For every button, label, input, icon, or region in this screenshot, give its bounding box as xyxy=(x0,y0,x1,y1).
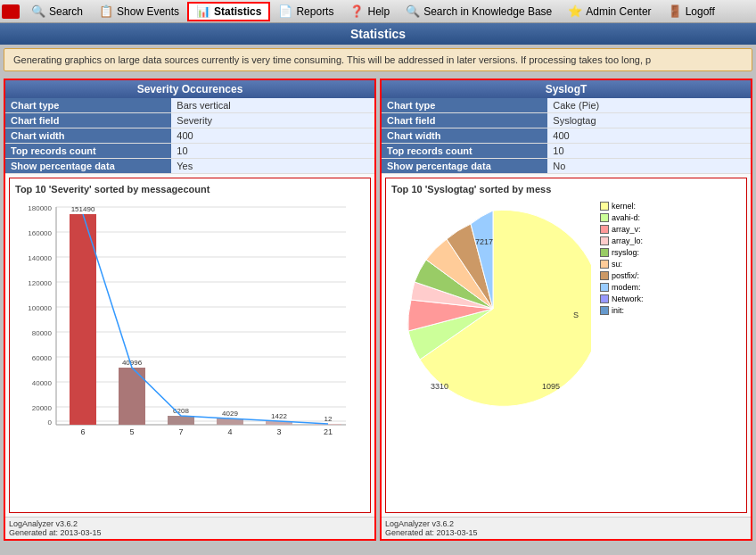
severity-chart: Top 10 'Severity' sorted by messagecount xyxy=(9,178,371,513)
pie-container: 7217 3310 1095 S kernel: avahi-d: xyxy=(391,198,741,494)
bar-7 xyxy=(168,416,194,425)
svg-text:5: 5 xyxy=(129,427,134,436)
svg-text:40000: 40000 xyxy=(32,379,53,387)
main-content: Severity Occurences Chart type Bars vert… xyxy=(0,75,756,544)
svg-text:21: 21 xyxy=(324,427,333,436)
legend-su: su: xyxy=(600,260,644,269)
legend-arraylo: array_lo: xyxy=(600,236,644,245)
legend-avahi-color xyxy=(600,213,609,222)
app-icon xyxy=(2,4,20,19)
syslogtag-panel: SyslogT Chart type Cake (Pie) Chart fiel… xyxy=(380,79,752,541)
syslogtag-info-table: Chart type Cake (Pie) Chart field Syslog… xyxy=(382,98,751,174)
svg-text:40996: 40996 xyxy=(122,359,143,367)
svg-text:6: 6 xyxy=(80,427,85,436)
svg-text:4029: 4029 xyxy=(222,410,238,418)
severity-chart-area: Top 10 'Severity' sorted by messagecount xyxy=(5,174,374,517)
svg-text:180000: 180000 xyxy=(28,204,52,212)
pie-chart-svg: 7217 3310 1095 S xyxy=(395,202,591,416)
svg-text:7: 7 xyxy=(178,427,183,436)
svg-text:151490: 151490 xyxy=(71,205,95,213)
syslog-chart-field-row: Chart field Syslogtag xyxy=(382,113,751,128)
legend-kernel: kernel: xyxy=(600,202,644,211)
svg-text:20000: 20000 xyxy=(32,404,53,412)
nav-search[interactable]: 🔍 Search xyxy=(23,2,91,21)
search-icon: 🔍 xyxy=(31,4,45,18)
reports-icon: 📄 xyxy=(278,4,292,18)
severity-info-table: Chart type Bars vertical Chart field Sev… xyxy=(5,98,374,174)
svg-text:12: 12 xyxy=(325,415,333,423)
svg-text:120000: 120000 xyxy=(28,279,52,287)
show-percentage-row: Show percentage data Yes xyxy=(5,159,374,174)
legend-init: init: xyxy=(600,306,644,315)
legend-arraylo-color xyxy=(600,236,609,245)
syslogtag-chart: Top 10 'Syslogtag' sorted by mess xyxy=(385,178,747,513)
top-records-row: Top records count 10 xyxy=(5,144,374,159)
svg-text:140000: 140000 xyxy=(28,254,52,262)
chart-field-row: Chart field Severity xyxy=(5,113,374,128)
syslogtag-chart-area: Top 10 'Syslogtag' sorted by mess xyxy=(382,174,751,517)
legend-su-color xyxy=(600,260,609,269)
legend-modem-color xyxy=(600,283,609,292)
nav-logoff[interactable]: 🚪 Logoff xyxy=(660,2,723,21)
syslog-chart-width-row: Chart width 400 xyxy=(382,128,751,144)
pie-legend: kernel: avahi-d: array_v: array_lo: xyxy=(600,202,644,315)
severity-footer: LogAnalyzer v3.6.2 Generated at: 2013-03… xyxy=(5,517,374,539)
statistics-icon: 📊 xyxy=(196,4,210,18)
pie-label-3310: 3310 xyxy=(431,382,448,391)
nav-statistics[interactable]: 📊 Statistics xyxy=(187,2,270,21)
legend-modem: modem: xyxy=(600,283,644,292)
legend-rsyslog-color xyxy=(600,248,609,257)
svg-text:3: 3 xyxy=(276,427,281,436)
legend-arrayv-color xyxy=(600,225,609,234)
bar-chart-svg: 180000 160000 140000 120000 100000 80000… xyxy=(15,198,365,448)
events-icon: 📋 xyxy=(99,4,113,18)
severity-panel-header: Severity Occurences xyxy=(5,80,374,98)
syslogtag-chart-title: Top 10 'Syslogtag' sorted by mess xyxy=(391,184,741,195)
nav-reports[interactable]: 📄 Reports xyxy=(270,2,341,21)
severity-panel: Severity Occurences Chart type Bars vert… xyxy=(4,79,376,541)
legend-network-color xyxy=(600,294,609,303)
legend-network: Network: xyxy=(600,294,644,303)
svg-text:160000: 160000 xyxy=(28,229,52,237)
severity-chart-title: Top 10 'Severity' sorted by messagecount xyxy=(15,184,365,195)
knowledge-icon: 🔍 xyxy=(406,4,420,18)
nav-knowledge-base[interactable]: 🔍 Search in Knowledge Base xyxy=(398,2,560,21)
chart-width-row: Chart width 400 xyxy=(5,128,374,144)
legend-arrayv: array_v: xyxy=(600,225,644,234)
legend-postfix: postfix/: xyxy=(600,271,644,280)
bar-6 xyxy=(70,214,96,425)
pie-label-s: S xyxy=(573,311,579,319)
syslog-show-percentage-row: Show percentage data No xyxy=(382,159,751,174)
svg-text:100000: 100000 xyxy=(28,304,52,312)
svg-text:0: 0 xyxy=(48,418,53,427)
syslog-chart-type-row: Chart type Cake (Pie) xyxy=(382,98,751,113)
nav-show-events[interactable]: 📋 Show Events xyxy=(91,2,187,21)
chart-type-row: Chart type Bars vertical xyxy=(5,98,374,113)
page-title: Statistics xyxy=(0,23,756,45)
legend-kernel-color xyxy=(600,202,609,211)
svg-text:4: 4 xyxy=(227,427,232,436)
svg-text:1422: 1422 xyxy=(271,412,287,420)
pie-label-1095: 1095 xyxy=(542,382,560,391)
syslog-top-records-row: Top records count 10 xyxy=(382,144,751,159)
navbar: 🔍 Search 📋 Show Events 📊 Statistics 📄 Re… xyxy=(0,0,756,23)
legend-postfix-color xyxy=(600,271,609,280)
logoff-icon: 🚪 xyxy=(668,4,682,18)
syslogtag-panel-header: SyslogT xyxy=(382,80,751,98)
syslogtag-footer: LogAnalyzer v3.6.2 Generated at: 2013-03… xyxy=(382,517,751,539)
nav-help[interactable]: ❓ Help xyxy=(341,2,398,21)
legend-avahi: avahi-d: xyxy=(600,213,644,222)
pie-label-7217: 7217 xyxy=(475,237,493,246)
admin-icon: ⭐ xyxy=(568,4,582,18)
legend-rsyslog: rsyslog: xyxy=(600,248,644,257)
svg-text:60000: 60000 xyxy=(32,354,53,362)
legend-init-color xyxy=(600,306,609,315)
svg-text:80000: 80000 xyxy=(32,329,53,337)
warning-bar: Generating graphics on large data source… xyxy=(4,48,752,71)
nav-admin-center[interactable]: ⭐ Admin Center xyxy=(560,2,659,21)
help-icon: ❓ xyxy=(349,4,364,18)
